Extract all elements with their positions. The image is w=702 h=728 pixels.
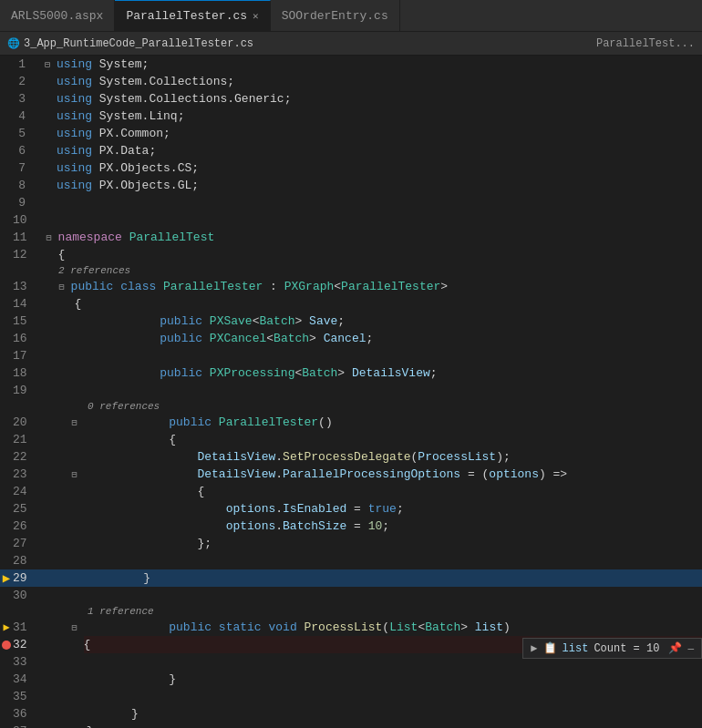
line-13: 13 ⊟ public class ParallelTester : PXGra…	[0, 278, 702, 295]
line-content: }	[75, 705, 702, 723]
editor-content: 1 ⊟ using System; 2 using System.Collect…	[0, 56, 702, 728]
line-17: 17	[0, 347, 702, 364]
line-19: 19	[0, 382, 702, 399]
collapse-btn[interactable]: ⊟	[67, 415, 82, 430]
line-content: using System;	[57, 56, 702, 73]
line-28: 28	[0, 552, 702, 569]
line-num: 22	[13, 450, 42, 464]
line-num: 11	[13, 231, 42, 244]
line-37: 37 }	[0, 723, 702, 728]
line-32: 32 { ▶ 📋 list Count = 10 📌 —	[0, 636, 702, 653]
breadcrumb-sep: ParallelTest...	[596, 37, 695, 50]
tab-label: ARLS5000.aspx	[11, 9, 103, 23]
tab-soorderentry[interactable]: SOOrderEntry.cs	[271, 0, 400, 31]
collapse-btn[interactable]: ⊟	[67, 620, 82, 635]
close-icon[interactable]: ✕	[253, 10, 259, 22]
ref-hint-0: 0 references	[88, 399, 702, 414]
line-num: 32	[13, 638, 42, 651]
line-num: 7	[13, 161, 40, 175]
tooltip-unpin-icon[interactable]: —	[687, 643, 694, 654]
line-27: 27 };	[0, 535, 702, 552]
line-14: 14 {	[0, 295, 702, 313]
line-num: 12	[13, 248, 42, 261]
line-content: {	[84, 431, 702, 448]
line-2: 2 using System.Collections;	[0, 73, 702, 90]
tab-paralleltester[interactable]: ParallelTester.cs ✕	[115, 0, 270, 31]
line-5: 5 using PX.Common;	[0, 125, 702, 142]
breadcrumb-icon: 🌐	[7, 37, 20, 49]
line-content: }	[58, 723, 702, 728]
tab-arls5000[interactable]: ARLS5000.aspx	[0, 0, 115, 31]
line-content: }	[58, 569, 702, 587]
line-num: 33	[13, 655, 42, 669]
line-20: 20 ⊟ public ParallelTester()	[0, 414, 702, 431]
line-num: 20	[13, 415, 42, 429]
line-8: 8 using PX.Objects.GL;	[0, 177, 702, 194]
line-9: 9	[0, 194, 702, 211]
code-lines: 1 ⊟ using System; 2 using System.Collect…	[0, 56, 702, 728]
line-content: public static void ProcessList(List<Batc…	[84, 619, 702, 636]
line-num: 10	[13, 213, 42, 227]
breadcrumb-path: 3_App_RuntimeCode_ParallelTester.cs	[24, 37, 253, 50]
line-num: 16	[13, 332, 42, 345]
line-num: 5	[13, 127, 40, 140]
tooltip-expand-icon[interactable]: ▶	[531, 641, 537, 655]
breakpoint-indicator	[0, 641, 13, 650]
line-content	[75, 347, 702, 364]
tooltip-pin-icon[interactable]: 📌	[668, 641, 682, 655]
editor: 1 ⊟ using System; 2 using System.Collect…	[0, 56, 702, 728]
line-num: 31	[13, 620, 42, 634]
line-num: 6	[13, 144, 40, 158]
line-content	[58, 211, 702, 229]
collapse-btn[interactable]: ⊟	[40, 57, 55, 72]
line-num: 17	[13, 349, 42, 363]
line-num: 35	[13, 690, 42, 703]
line-num: 30	[13, 589, 42, 602]
line-content	[75, 688, 702, 705]
collapse-btn[interactable]: ⊟	[67, 467, 82, 482]
line-num: 28	[13, 554, 42, 568]
line-num: 18	[13, 366, 42, 380]
line-10: 10	[0, 211, 702, 229]
line-content: }	[84, 671, 702, 688]
line-num: 9	[13, 196, 40, 210]
tooltip-list-icon: 📋	[543, 641, 557, 655]
line-num: 23	[13, 467, 42, 481]
tab-label: SOOrderEntry.cs	[282, 9, 388, 23]
line-7: 7 using PX.Objects.CS;	[0, 159, 702, 177]
line-num: 15	[13, 314, 42, 328]
line-15: 15 public PXSave<Batch> Save;	[0, 313, 702, 330]
line-23: 23 ⊟ DetailsView.ParallelProcessingOptio…	[0, 466, 702, 483]
line-content: DetailsView.ParallelProcessingOptions = …	[84, 466, 702, 483]
line-1: 1 ⊟ using System;	[0, 56, 702, 73]
line-num: 29	[13, 571, 42, 585]
line-content: using System.Collections.Generic;	[57, 90, 702, 108]
line-content: {	[84, 483, 702, 500]
line-12: 12 {	[0, 246, 702, 263]
line-22: 22 DetailsView.SetProcessDelegate(Proces…	[0, 448, 702, 466]
line-num: 3	[13, 92, 40, 106]
line-num: 26	[13, 519, 42, 533]
ref-hint-1: 1 reference	[88, 604, 702, 619]
line-num: 8	[13, 179, 40, 192]
line-num: 36	[13, 707, 42, 721]
line-content: {	[75, 295, 702, 313]
collapse-btn[interactable]: ⊟	[55, 280, 69, 294]
collapse-btn[interactable]: ⊟	[42, 231, 57, 245]
line-content: public PXCancel<Batch> Cancel;	[75, 330, 702, 347]
tooltip-label: list	[563, 642, 589, 655]
line-content: public PXSave<Batch> Save;	[75, 313, 702, 330]
line-content: public class ParallelTester : PXGraph<Pa…	[71, 278, 702, 295]
line-num: 4	[13, 109, 40, 123]
line-29: ▶ 29 }	[0, 569, 702, 587]
ref-hint-text: 2 references	[58, 265, 130, 276]
line-num: 21	[13, 433, 42, 446]
line-content: namespace ParallelTest	[58, 229, 702, 246]
line-num: 34	[13, 672, 42, 686]
line-content: options.BatchSize = 10;	[84, 518, 702, 535]
line-num: 24	[13, 485, 42, 498]
line-21: 21 {	[0, 431, 702, 448]
tab-bar: ARLS5000.aspx ParallelTester.cs ✕ SOOrde…	[0, 0, 702, 32]
line-3: 3 using System.Collections.Generic;	[0, 90, 702, 108]
line-18: 18 public PXProcessing<Batch> DetailsVie…	[0, 364, 702, 382]
